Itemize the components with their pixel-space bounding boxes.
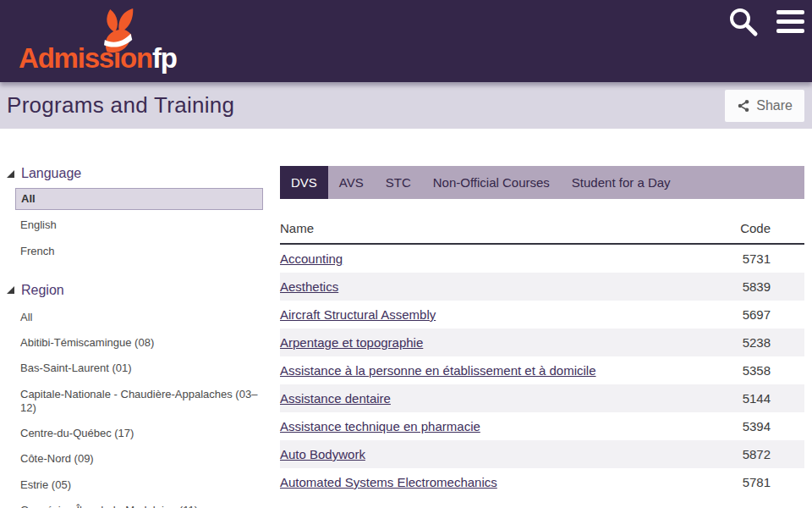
facet-item-language-english[interactable]: English — [15, 213, 263, 238]
facet-region: Region All Abitibi-Témiscamingue (08) Ba… — [7, 283, 263, 508]
program-link-arpentage-et-topographie[interactable]: Arpentage et topographie — [280, 335, 423, 350]
share-button[interactable]: Share — [725, 90, 804, 122]
table-row: Arpentage et topographie 5238 — [280, 329, 804, 356]
program-table: Name Code Accounting 5731 Aesthetics 583… — [280, 213, 804, 496]
table-header-row: Name Code — [280, 213, 804, 244]
program-link-aesthetics[interactable]: Aesthetics — [280, 279, 338, 294]
content-area: Language All English French Region All A… — [0, 129, 812, 508]
program-link-assistance-dentaire[interactable]: Assistance dentaire — [280, 391, 391, 406]
tab-stc[interactable]: STC — [375, 166, 422, 199]
facet-item-region-gaspesie[interactable]: Gaspésie - Îles-de-la-Madeleine (11) — [15, 498, 263, 508]
program-code: 5238 — [694, 329, 804, 356]
share-label: Share — [756, 98, 793, 113]
program-link-accounting[interactable]: Accounting — [280, 251, 343, 266]
column-header-name: Name — [280, 213, 694, 244]
facet-language-header[interactable]: Language — [7, 166, 263, 181]
facet-item-region-all[interactable]: All — [15, 305, 263, 330]
column-header-code: Code — [694, 213, 804, 244]
facet-item-language-all[interactable]: All — [15, 188, 263, 210]
share-icon — [737, 99, 750, 113]
table-row: Assistance à la personne en établissemen… — [280, 356, 804, 384]
facet-item-region-estrie[interactable]: Estrie (05) — [15, 472, 263, 498]
facet-item-region-centre-du-quebec[interactable]: Centre-du-Québec (17) — [15, 421, 263, 446]
facet-item-region-cote-nord[interactable]: Côte-Nord (09) — [15, 446, 263, 472]
table-row: Aircraft Structural Assembly 5697 — [280, 301, 804, 329]
program-link-aircraft-structural-assembly[interactable]: Aircraft Structural Assembly — [280, 307, 436, 322]
filter-sidebar: Language All English French Region All A… — [7, 166, 263, 508]
table-row: Auto Bodywork 5872 — [280, 440, 804, 468]
facet-language-title: Language — [21, 166, 81, 181]
hamburger-menu-icon[interactable] — [776, 10, 804, 33]
tab-non-official-courses[interactable]: Non-Official Courses — [422, 166, 561, 199]
program-code: 5358 — [694, 356, 804, 384]
program-link-assistance-technique-en-pharmacie[interactable]: Assistance technique en pharmacie — [280, 419, 480, 433]
program-code: 5697 — [694, 301, 804, 329]
collapse-triangle-icon — [7, 170, 14, 178]
table-row: Aesthetics 5839 — [280, 273, 804, 301]
program-code: 5144 — [694, 384, 804, 412]
facet-item-region-capitale-nationale[interactable]: Capitale-Nationale - Chaudière-Appalache… — [15, 382, 263, 422]
facet-region-header[interactable]: Region — [7, 283, 263, 298]
logo-text: Admissionfp — [19, 42, 177, 75]
tab-dvs[interactable]: DVS — [280, 166, 328, 199]
program-code: 5839 — [694, 273, 804, 301]
program-code: 5781 — [694, 468, 804, 496]
tab-avs[interactable]: AVS — [328, 166, 375, 199]
search-icon[interactable] — [727, 6, 760, 38]
program-link-automated-systems-electromechanics[interactable]: Automated Systems Electromechanics — [280, 475, 497, 489]
facet-item-language-french[interactable]: French — [15, 239, 263, 264]
facet-item-region-bas-saint-laurent[interactable]: Bas-Saint-Laurent (01) — [15, 356, 263, 381]
facet-region-title: Region — [21, 283, 64, 298]
facet-item-region-abitibi[interactable]: Abitibi-Témiscamingue (08) — [15, 330, 263, 356]
facet-region-items: All Abitibi-Témiscamingue (08) Bas-Saint… — [7, 305, 263, 508]
collapse-triangle-icon — [7, 286, 14, 294]
page-title: Programs and Training — [7, 92, 234, 119]
title-bar: Programs and Training Share — [0, 82, 812, 129]
table-row: Accounting 5731 — [280, 244, 804, 273]
app-header: Admissionfp — [0, 0, 812, 82]
main-panel: DVS AVS STC Non-Official Courses Student… — [280, 166, 804, 508]
admissionfp-logo[interactable]: Admissionfp — [19, 8, 171, 76]
facet-language: Language All English French — [7, 166, 263, 264]
table-row: Assistance dentaire 5144 — [280, 384, 804, 412]
program-code: 5394 — [694, 412, 804, 440]
program-link-auto-bodywork[interactable]: Auto Bodywork — [280, 447, 365, 461]
tab-student-for-a-day[interactable]: Student for a Day — [561, 166, 682, 199]
program-code: 5731 — [694, 244, 804, 273]
facet-language-items: All English French — [7, 188, 263, 264]
table-row: Assistance technique en pharmacie 5394 — [280, 412, 804, 440]
program-code: 5872 — [694, 440, 804, 468]
program-link-assistance-a-la-personne[interactable]: Assistance à la personne en établissemen… — [280, 363, 596, 378]
program-type-tabs: DVS AVS STC Non-Official Courses Student… — [280, 166, 804, 199]
table-row: Automated Systems Electromechanics 5781 — [280, 468, 804, 496]
